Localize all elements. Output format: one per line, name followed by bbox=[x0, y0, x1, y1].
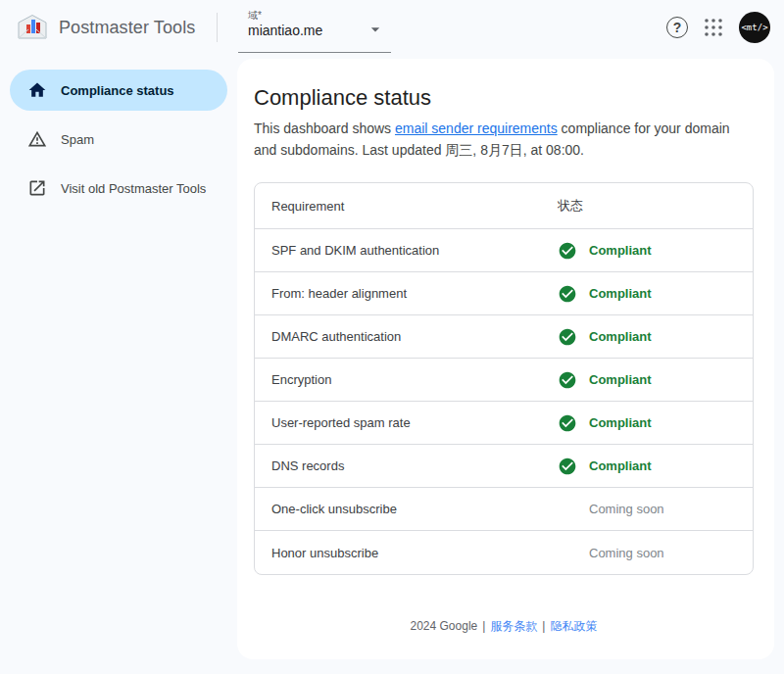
page-title: Compliance status bbox=[254, 84, 754, 112]
status-cell: Compliant bbox=[558, 327, 753, 347]
warning-icon bbox=[27, 129, 47, 149]
status-coming-soon-label: Coming soon bbox=[589, 502, 664, 516]
status-compliant-label: Compliant bbox=[589, 372, 652, 387]
apps-grid-icon bbox=[704, 18, 723, 37]
email-sender-requirements-link[interactable]: email sender requirements bbox=[395, 120, 558, 136]
sidebar-item-compliance-status[interactable]: Compliance status bbox=[10, 70, 227, 111]
app-title: Postmaster Tools bbox=[59, 18, 195, 38]
external-link-icon bbox=[27, 178, 47, 198]
check-circle-icon bbox=[558, 457, 577, 476]
sidebar-item-label: Visit old Postmaster Tools bbox=[61, 181, 206, 196]
top-app-bar: Postmaster Tools 域* miantiao.me ? <mt/> bbox=[0, 0, 784, 55]
status-cell: Compliant bbox=[558, 457, 753, 476]
status-cell: Compliant bbox=[558, 241, 753, 261]
status-compliant-label: Compliant bbox=[589, 458, 652, 473]
domain-selector-value: miantiao.me bbox=[248, 23, 322, 38]
sidebar-item-visit-old-postmaster[interactable]: Visit old Postmaster Tools bbox=[10, 168, 227, 209]
requirement-label: From: header alignment bbox=[255, 286, 558, 301]
header-actions: ? <mt/> bbox=[666, 0, 770, 55]
table-row: DNS recordsCompliant bbox=[255, 445, 753, 488]
table-row: EncryptionCompliant bbox=[255, 359, 753, 402]
domain-selector[interactable]: 域* miantiao.me bbox=[238, 6, 391, 53]
status-cell: Compliant bbox=[558, 370, 753, 390]
main-content-card: Compliance status This dashboard shows e… bbox=[237, 59, 774, 659]
status-coming-soon-label: Coming soon bbox=[589, 546, 664, 560]
compliance-table: Requirement 状态 SPF and DKIM authenticati… bbox=[254, 182, 754, 575]
table-header-row: Requirement 状态 bbox=[255, 183, 753, 229]
requirement-label: DNS records bbox=[255, 458, 558, 473]
page-description: This dashboard shows email sender requir… bbox=[254, 118, 756, 161]
footer-privacy-link[interactable]: 隐私政策 bbox=[550, 619, 597, 633]
status-cell: Compliant bbox=[558, 413, 753, 433]
table-row: Honor unsubscribeComing soon bbox=[255, 531, 753, 574]
column-header-requirement: Requirement bbox=[255, 199, 558, 214]
check-circle-icon bbox=[558, 370, 577, 390]
sidebar-item-label: Compliance status bbox=[61, 83, 174, 98]
check-circle-icon bbox=[558, 413, 577, 433]
column-header-status: 状态 bbox=[558, 197, 753, 215]
check-circle-icon bbox=[558, 284, 577, 304]
page-footer: 2024 Google|服务条款|隐私政策 bbox=[254, 618, 754, 635]
requirement-label: Honor unsubscribe bbox=[255, 546, 558, 560]
apps-grid-button[interactable] bbox=[704, 18, 723, 37]
status-compliant-label: Compliant bbox=[589, 329, 652, 344]
status-compliant-label: Compliant bbox=[589, 415, 652, 430]
header-divider bbox=[217, 13, 218, 42]
check-circle-icon bbox=[558, 327, 577, 347]
footer-separator: | bbox=[482, 619, 485, 633]
requirement-label: User-reported spam rate bbox=[255, 415, 558, 430]
compliance-table-body: SPF and DKIM authenticationCompliantFrom… bbox=[255, 229, 753, 574]
postmaster-logo-icon bbox=[16, 14, 49, 41]
status-cell: Coming soon bbox=[558, 546, 753, 560]
sidebar-item-label: Spam bbox=[61, 132, 94, 147]
table-row: One-click unsubscribeComing soon bbox=[255, 488, 753, 531]
status-compliant-label: Compliant bbox=[589, 243, 652, 258]
footer-copyright: 2024 Google bbox=[411, 619, 478, 633]
table-row: DMARC authenticationCompliant bbox=[255, 315, 753, 359]
status-cell: Compliant bbox=[558, 284, 753, 304]
help-button[interactable]: ? bbox=[666, 17, 688, 38]
requirement-label: One-click unsubscribe bbox=[255, 502, 558, 516]
home-icon bbox=[27, 80, 47, 100]
footer-separator: | bbox=[542, 619, 545, 633]
domain-selector-label: 域* bbox=[248, 9, 262, 23]
account-avatar[interactable]: <mt/> bbox=[739, 12, 770, 43]
chevron-down-icon bbox=[366, 20, 385, 39]
table-row: SPF and DKIM authenticationCompliant bbox=[255, 229, 753, 272]
requirement-label: Encryption bbox=[255, 372, 558, 387]
footer-terms-link[interactable]: 服务条款 bbox=[490, 619, 537, 633]
sidebar-nav: Compliance status Spam Visit old Postmas… bbox=[0, 59, 237, 217]
check-circle-icon bbox=[558, 241, 577, 261]
status-cell: Coming soon bbox=[558, 502, 753, 516]
table-row: User-reported spam rateCompliant bbox=[255, 402, 753, 445]
table-row: From: header alignmentCompliant bbox=[255, 272, 753, 315]
description-text-before: This dashboard shows bbox=[254, 120, 395, 136]
brand: Postmaster Tools bbox=[0, 14, 195, 41]
status-compliant-label: Compliant bbox=[589, 286, 652, 301]
requirement-label: SPF and DKIM authentication bbox=[255, 243, 558, 258]
sidebar-item-spam[interactable]: Spam bbox=[10, 119, 227, 160]
requirement-label: DMARC authentication bbox=[255, 329, 558, 344]
